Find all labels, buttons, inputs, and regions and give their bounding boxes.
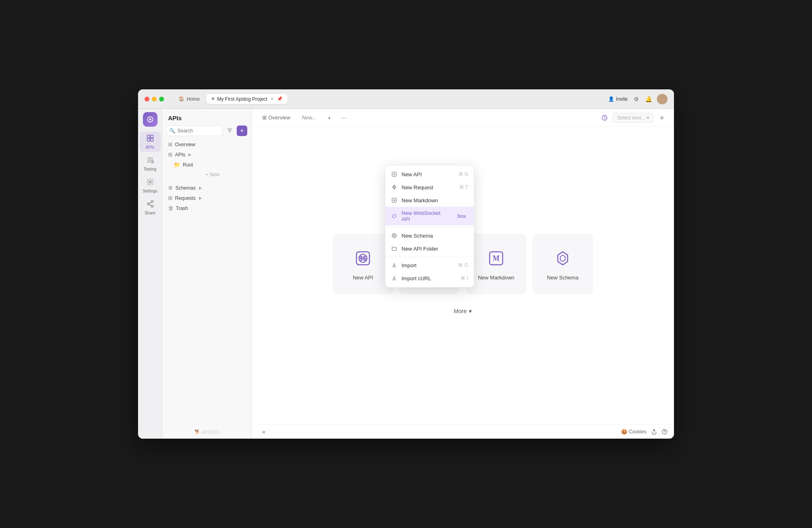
- svg-rect-3: [150, 135, 153, 138]
- invite-button[interactable]: 👤 Invite: [608, 96, 628, 102]
- new-schema-label: New Schema: [547, 275, 578, 281]
- tab-project[interactable]: ✕ My First Apidog Project ✕ 📌: [206, 94, 287, 104]
- minimize-button[interactable]: [152, 97, 157, 102]
- collapse-sidebar-button[interactable]: «: [258, 426, 270, 437]
- card-new-markdown[interactable]: M New Markdown: [466, 234, 526, 294]
- svg-point-8: [151, 201, 153, 203]
- tree-item-requests[interactable]: ⊞ Requests ▶: [162, 193, 251, 203]
- icon-sidebar: APIs Testing Settings: [138, 109, 162, 439]
- sidebar-item-apis[interactable]: APIs: [140, 132, 161, 152]
- overview-icon: ⊞: [168, 141, 173, 147]
- search-filter-row: 🔍 +: [162, 126, 251, 136]
- apis-icon: [146, 134, 154, 144]
- invite-icon: 👤: [608, 96, 614, 102]
- menu-divider-2: [385, 257, 474, 257]
- tree-item-root[interactable]: 📁 Root: [162, 160, 251, 170]
- svg-text:M: M: [393, 199, 395, 201]
- tab-overview[interactable]: ⊞ Overview: [258, 112, 294, 123]
- testing-label: Testing: [144, 167, 157, 171]
- settings-label: Settings: [143, 189, 157, 193]
- add-tab-button[interactable]: +: [324, 112, 335, 123]
- tree-item-schemas[interactable]: ⚙ Schemas ▶: [162, 183, 251, 193]
- home-icon: 🏠: [179, 96, 184, 102]
- tab-home[interactable]: 🏠 Home: [174, 94, 205, 104]
- history-icon[interactable]: [599, 112, 610, 123]
- menu-item-import[interactable]: Import ⌘ O: [385, 259, 474, 272]
- more-tabs-button[interactable]: ···: [338, 112, 350, 123]
- apidog-logo: 🐕 APIDOG: [194, 429, 219, 435]
- help-button[interactable]: [662, 429, 667, 435]
- svg-point-10: [151, 205, 153, 207]
- app-logo[interactable]: [143, 112, 158, 127]
- cookies-icon: 🍪: [621, 429, 627, 435]
- search-wrap: 🔍: [166, 126, 223, 136]
- new-markdown-label: New Markdown: [478, 275, 514, 281]
- menu-item-new-schema[interactable]: New Schema: [385, 229, 474, 242]
- more-button[interactable]: More ▾: [448, 305, 478, 317]
- left-panel: APIs 🔍 + ⊞ Overview: [162, 109, 252, 439]
- sidebar-item-settings[interactable]: Settings: [140, 175, 161, 196]
- new-api-label: New API: [353, 275, 373, 281]
- titlebar: 🏠 Home ✕ My First Apidog Project ✕ 📌 👤 I…: [138, 89, 674, 109]
- svg-point-7: [149, 181, 151, 183]
- tab-close-icon[interactable]: ✕: [270, 97, 274, 101]
- new-schema-icon: [552, 248, 573, 269]
- menu-item-new-markdown[interactable]: M New Markdown: [385, 194, 474, 207]
- section-divider-1: [162, 180, 251, 183]
- left-panel-header: APIs: [162, 109, 251, 126]
- titlebar-right: 👤 Invite ⚙ 🔔: [608, 94, 667, 104]
- apis-tree-icon: ⊞: [168, 151, 173, 158]
- filter-button[interactable]: [225, 126, 235, 136]
- maximize-button[interactable]: [159, 97, 164, 102]
- svg-point-25: [393, 235, 395, 237]
- menu-import-curl-icon: [391, 275, 397, 281]
- svg-point-6: [151, 161, 153, 163]
- share-bottom-button[interactable]: [651, 429, 657, 435]
- new-item-button[interactable]: + New: [162, 170, 251, 180]
- expand-icon: ▶: [188, 152, 192, 157]
- tab-bar: 🏠 Home ✕ My First Apidog Project ✕ 📌: [174, 94, 603, 104]
- apis-label: APIs: [146, 145, 154, 149]
- menu-new-request-icon: [391, 184, 397, 190]
- menu-new-markdown-icon: M: [391, 197, 397, 203]
- avatar[interactable]: [657, 94, 667, 104]
- chevron-down-more-icon: ▾: [469, 308, 472, 314]
- traffic-lights: [145, 97, 164, 102]
- tab-pin-icon: 📌: [277, 96, 283, 102]
- requests-expand-icon: ▶: [199, 196, 202, 200]
- card-new-schema[interactable]: New Schema: [533, 234, 593, 294]
- svg-line-11: [149, 204, 151, 206]
- menu-item-import-curl[interactable]: Import cURL ⌘ I: [385, 272, 474, 285]
- testing-icon: [146, 156, 154, 166]
- card-new-api[interactable]: 96 {} New API: [333, 234, 393, 294]
- add-button[interactable]: +: [237, 126, 247, 136]
- settings-icon[interactable]: ⚙: [633, 95, 640, 103]
- chevron-down-icon: ▾: [647, 115, 649, 121]
- left-panel-footer: 🐕 APIDOG: [162, 425, 251, 439]
- menu-icon[interactable]: ≡: [656, 112, 667, 123]
- tab-new[interactable]: New...: [298, 112, 320, 123]
- share-icon: [146, 200, 154, 210]
- svg-point-24: [392, 234, 397, 238]
- left-panel-title: APIs: [168, 115, 181, 121]
- main-content: ⊞ Overview New... + ··· Select envi...: [252, 109, 674, 439]
- menu-item-new-request[interactable]: New Request ⌘ T: [385, 181, 474, 194]
- cookies-button[interactable]: 🍪 Cookies: [621, 429, 646, 435]
- menu-new-schema-icon: [391, 232, 397, 239]
- close-button[interactable]: [145, 97, 149, 102]
- sidebar-item-share[interactable]: Share: [140, 197, 161, 218]
- menu-item-new-api-folder[interactable]: New API Folder: [385, 242, 474, 255]
- menu-item-new-websocket[interactable]: New WebSocket API Beta: [385, 207, 474, 225]
- new-api-icon: 96 {}: [352, 248, 374, 269]
- header-actions: Select envi... ▾ ≡: [599, 112, 667, 123]
- menu-item-new-api[interactable]: New API ⌘ N: [385, 168, 474, 181]
- tree-item-trash[interactable]: 🗑 Trash: [162, 203, 251, 213]
- env-select[interactable]: Select envi... ▾: [613, 113, 654, 123]
- notification-icon[interactable]: 🔔: [645, 95, 652, 103]
- beta-badge: Beta: [455, 214, 468, 219]
- sidebar-item-testing[interactable]: Testing: [140, 154, 161, 174]
- trash-icon: 🗑: [168, 205, 173, 211]
- app-window: 🏠 Home ✕ My First Apidog Project ✕ 📌 👤 I…: [138, 89, 674, 439]
- tree-item-apis[interactable]: ⊞ APIs ▶: [162, 149, 251, 160]
- tree-item-overview[interactable]: ⊞ Overview: [162, 139, 251, 149]
